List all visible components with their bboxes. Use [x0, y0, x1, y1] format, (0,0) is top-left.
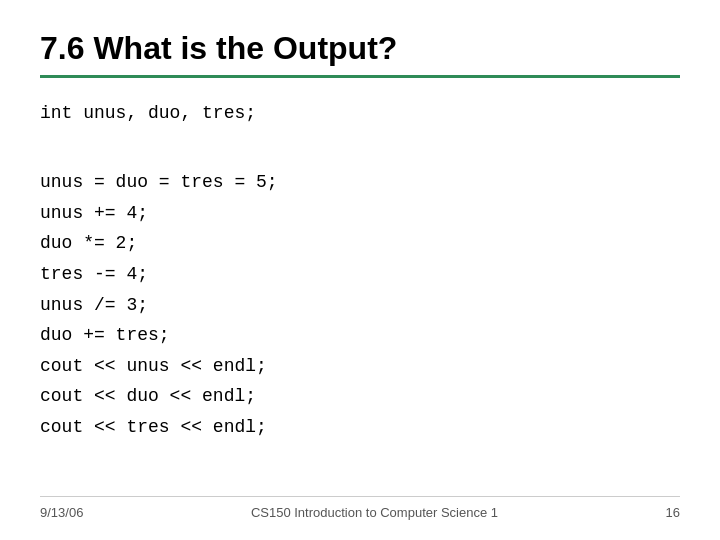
title-divider — [40, 75, 680, 78]
code-line-1: int unus, duo, tres; — [40, 98, 680, 129]
code-block: int unus, duo, tres; unus = duo = tres =… — [40, 98, 680, 496]
code-line-7: duo += tres; — [40, 320, 680, 351]
code-line-5: tres -= 4; — [40, 259, 680, 290]
code-line-9: cout << duo << endl; — [40, 381, 680, 412]
code-line-6: unus /= 3; — [40, 290, 680, 321]
code-line-2: unus = duo = tres = 5; — [40, 167, 680, 198]
slide: 7.6 What is the Output? int unus, duo, t… — [0, 0, 720, 540]
footer-page: 16 — [666, 505, 680, 520]
code-line-4: duo *= 2; — [40, 228, 680, 259]
footer-course: CS150 Introduction to Computer Science 1 — [83, 505, 665, 520]
code-line-8: cout << unus << endl; — [40, 351, 680, 382]
footer-date: 9/13/06 — [40, 505, 83, 520]
code-line-10: cout << tres << endl; — [40, 412, 680, 443]
slide-title: 7.6 What is the Output? — [40, 30, 680, 67]
code-line-3: unus += 4; — [40, 198, 680, 229]
slide-footer: 9/13/06 CS150 Introduction to Computer S… — [40, 496, 680, 520]
